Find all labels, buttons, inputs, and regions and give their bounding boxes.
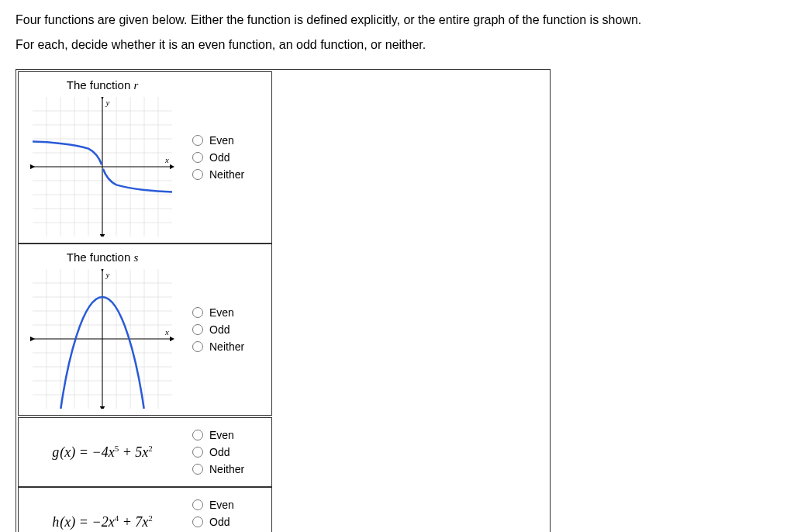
options-g: Even Odd Neither xyxy=(186,418,271,486)
instruction-line-2: For each, decide whether it is an even f… xyxy=(16,33,778,57)
radio-r-neither[interactable] xyxy=(192,169,203,180)
cell-function-g: g (x) = −4x5 + 5x2 Even Odd Neither xyxy=(18,417,272,487)
title-var-r: r xyxy=(133,79,138,92)
title-prefix-r: The function xyxy=(67,78,134,92)
formula-h: h (x) = −2x4 + 7x2 xyxy=(47,494,157,532)
options-r: Even Odd Neither xyxy=(186,123,271,192)
options-h: Even Odd Neither xyxy=(186,488,271,532)
functions-grid: The function r x y xyxy=(16,69,551,532)
options-s: Even Odd Neither xyxy=(186,295,271,364)
option-g-even[interactable]: Even xyxy=(192,429,265,441)
title-var-s: s xyxy=(133,251,138,264)
label-even: Even xyxy=(209,499,234,511)
option-h-even[interactable]: Even xyxy=(192,499,265,511)
title-function-r: The function r xyxy=(67,78,139,92)
label-even: Even xyxy=(209,306,234,319)
radio-g-odd[interactable] xyxy=(192,447,203,458)
svg-text:y: y xyxy=(105,270,110,279)
label-neither: Neither xyxy=(209,463,244,475)
option-g-odd[interactable]: Odd xyxy=(192,446,265,458)
label-odd: Odd xyxy=(209,446,230,458)
radio-h-odd[interactable] xyxy=(192,516,203,527)
option-s-odd[interactable]: Odd xyxy=(192,323,265,336)
title-prefix-s: The function xyxy=(67,250,134,264)
svg-text:y: y xyxy=(105,98,110,107)
radio-g-even[interactable] xyxy=(192,430,203,440)
label-even: Even xyxy=(209,429,234,441)
formula-g: g (x) = −4x5 + 5x2 xyxy=(47,424,157,480)
option-r-neither[interactable]: Neither xyxy=(192,168,265,181)
option-h-odd[interactable]: Odd xyxy=(192,516,265,528)
label-neither: Neither xyxy=(209,340,244,353)
option-s-even[interactable]: Even xyxy=(192,306,265,319)
label-odd: Odd xyxy=(209,323,230,336)
radio-r-even[interactable] xyxy=(192,135,203,146)
title-function-s: The function s xyxy=(67,250,139,264)
graph-r: x y xyxy=(25,97,180,237)
instruction-line-1: Four functions are given below. Either t… xyxy=(16,8,778,33)
radio-s-even[interactable] xyxy=(192,307,203,318)
label-even: Even xyxy=(209,134,234,147)
option-s-neither[interactable]: Neither xyxy=(192,340,265,353)
radio-g-neither[interactable] xyxy=(192,464,203,475)
option-r-odd[interactable]: Odd xyxy=(192,151,265,164)
radio-s-neither[interactable] xyxy=(192,341,203,352)
radio-s-odd[interactable] xyxy=(192,324,203,335)
svg-text:x: x xyxy=(164,327,169,337)
cell-function-s: The function s x y Even xyxy=(18,244,272,416)
label-neither: Neither xyxy=(209,168,244,181)
label-odd: Odd xyxy=(209,151,230,164)
radio-r-odd[interactable] xyxy=(192,152,203,163)
label-odd: Odd xyxy=(209,516,230,528)
svg-text:x: x xyxy=(164,155,169,164)
cell-function-h: h (x) = −2x4 + 7x2 Even Odd Neither xyxy=(18,487,272,532)
option-g-neither[interactable]: Neither xyxy=(192,463,265,475)
cell-function-r: The function r x y xyxy=(18,71,272,244)
option-r-even[interactable]: Even xyxy=(192,134,265,147)
radio-h-even[interactable] xyxy=(192,499,203,510)
graph-s: x y xyxy=(25,269,180,409)
